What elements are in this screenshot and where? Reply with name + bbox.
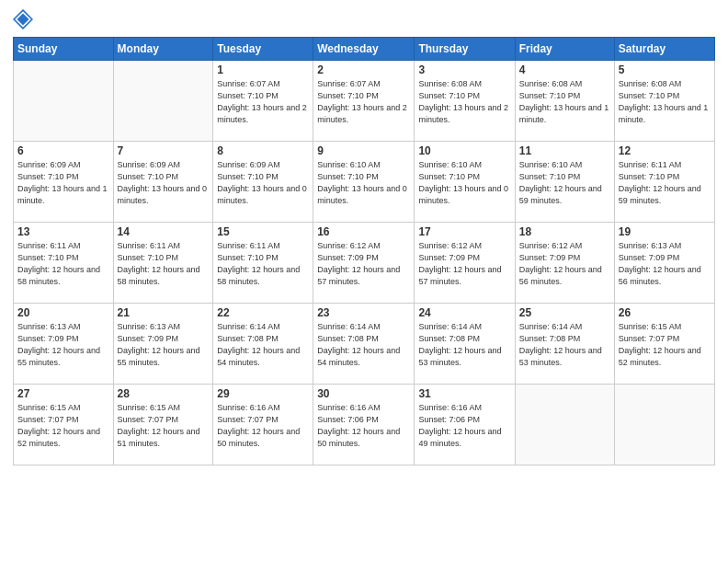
day-number: 7 bbox=[118, 144, 210, 157]
table-row: 2Sunrise: 6:07 AM Sunset: 7:10 PM Daylig… bbox=[313, 61, 415, 142]
day-number: 21 bbox=[118, 306, 210, 319]
table-row: 21Sunrise: 6:13 AM Sunset: 7:09 PM Dayli… bbox=[113, 304, 213, 385]
page-header bbox=[13, 9, 715, 29]
day-info: Sunrise: 6:10 AM Sunset: 7:10 PM Dayligh… bbox=[519, 159, 610, 207]
day-number: 10 bbox=[418, 144, 510, 157]
day-number: 19 bbox=[619, 225, 711, 238]
day-number: 26 bbox=[619, 306, 711, 319]
table-row: 18Sunrise: 6:12 AM Sunset: 7:09 PM Dayli… bbox=[515, 223, 614, 304]
day-number: 11 bbox=[519, 144, 610, 157]
calendar-week-row: 1Sunrise: 6:07 AM Sunset: 7:10 PM Daylig… bbox=[14, 61, 715, 142]
calendar-week-row: 6Sunrise: 6:09 AM Sunset: 7:10 PM Daylig… bbox=[14, 142, 715, 223]
day-info: Sunrise: 6:13 AM Sunset: 7:09 PM Dayligh… bbox=[118, 321, 210, 369]
table-row: 13Sunrise: 6:11 AM Sunset: 7:10 PM Dayli… bbox=[14, 223, 114, 304]
table-row: 9Sunrise: 6:10 AM Sunset: 7:10 PM Daylig… bbox=[313, 142, 415, 223]
logo-icon bbox=[13, 9, 33, 29]
day-number: 3 bbox=[418, 63, 510, 76]
table-row: 25Sunrise: 6:14 AM Sunset: 7:08 PM Dayli… bbox=[515, 304, 614, 385]
calendar-week-row: 20Sunrise: 6:13 AM Sunset: 7:09 PM Dayli… bbox=[14, 304, 715, 385]
day-info: Sunrise: 6:11 AM Sunset: 7:10 PM Dayligh… bbox=[118, 240, 210, 288]
table-row: 12Sunrise: 6:11 AM Sunset: 7:10 PM Dayli… bbox=[614, 142, 714, 223]
day-number: 18 bbox=[519, 225, 610, 238]
day-info: Sunrise: 6:16 AM Sunset: 7:06 PM Dayligh… bbox=[418, 402, 510, 450]
table-row: 26Sunrise: 6:15 AM Sunset: 7:07 PM Dayli… bbox=[614, 304, 714, 385]
day-number: 9 bbox=[317, 144, 410, 157]
day-number: 8 bbox=[217, 144, 309, 157]
table-row bbox=[515, 385, 614, 465]
day-info: Sunrise: 6:16 AM Sunset: 7:06 PM Dayligh… bbox=[317, 402, 410, 450]
table-row: 11Sunrise: 6:10 AM Sunset: 7:10 PM Dayli… bbox=[515, 142, 614, 223]
table-row: 14Sunrise: 6:11 AM Sunset: 7:10 PM Dayli… bbox=[113, 223, 213, 304]
table-row: 24Sunrise: 6:14 AM Sunset: 7:08 PM Dayli… bbox=[415, 304, 515, 385]
day-number: 28 bbox=[118, 387, 210, 400]
day-info: Sunrise: 6:08 AM Sunset: 7:10 PM Dayligh… bbox=[619, 78, 711, 126]
table-row bbox=[614, 385, 714, 465]
weekday-header: Sunday bbox=[14, 38, 114, 61]
table-row: 10Sunrise: 6:10 AM Sunset: 7:10 PM Dayli… bbox=[415, 142, 515, 223]
day-info: Sunrise: 6:10 AM Sunset: 7:10 PM Dayligh… bbox=[317, 159, 410, 207]
weekday-header: Friday bbox=[515, 38, 614, 61]
day-number: 25 bbox=[519, 306, 610, 319]
table-row: 8Sunrise: 6:09 AM Sunset: 7:10 PM Daylig… bbox=[213, 142, 313, 223]
day-info: Sunrise: 6:15 AM Sunset: 7:07 PM Dayligh… bbox=[17, 402, 109, 450]
table-row: 29Sunrise: 6:16 AM Sunset: 7:07 PM Dayli… bbox=[213, 385, 313, 465]
table-row: 7Sunrise: 6:09 AM Sunset: 7:10 PM Daylig… bbox=[113, 142, 213, 223]
day-number: 31 bbox=[418, 387, 510, 400]
day-info: Sunrise: 6:11 AM Sunset: 7:10 PM Dayligh… bbox=[217, 240, 309, 288]
table-row: 6Sunrise: 6:09 AM Sunset: 7:10 PM Daylig… bbox=[14, 142, 114, 223]
day-number: 1 bbox=[217, 63, 309, 76]
table-row: 1Sunrise: 6:07 AM Sunset: 7:10 PM Daylig… bbox=[213, 61, 313, 142]
day-info: Sunrise: 6:12 AM Sunset: 7:09 PM Dayligh… bbox=[317, 240, 410, 288]
weekday-header: Saturday bbox=[614, 38, 714, 61]
day-number: 5 bbox=[619, 63, 711, 76]
table-row: 4Sunrise: 6:08 AM Sunset: 7:10 PM Daylig… bbox=[515, 61, 614, 142]
table-row: 22Sunrise: 6:14 AM Sunset: 7:08 PM Dayli… bbox=[213, 304, 313, 385]
day-number: 12 bbox=[619, 144, 711, 157]
day-number: 23 bbox=[317, 306, 410, 319]
weekday-header: Thursday bbox=[415, 38, 515, 61]
table-row: 28Sunrise: 6:15 AM Sunset: 7:07 PM Dayli… bbox=[113, 385, 213, 465]
day-number: 6 bbox=[17, 144, 109, 157]
calendar-table: SundayMondayTuesdayWednesdayThursdayFrid… bbox=[13, 37, 715, 465]
table-row: 20Sunrise: 6:13 AM Sunset: 7:09 PM Dayli… bbox=[14, 304, 114, 385]
day-number: 13 bbox=[17, 225, 109, 238]
day-number: 2 bbox=[317, 63, 410, 76]
day-number: 24 bbox=[418, 306, 510, 319]
day-number: 29 bbox=[217, 387, 309, 400]
day-info: Sunrise: 6:09 AM Sunset: 7:10 PM Dayligh… bbox=[17, 159, 109, 207]
day-number: 27 bbox=[17, 387, 109, 400]
day-info: Sunrise: 6:14 AM Sunset: 7:08 PM Dayligh… bbox=[317, 321, 410, 369]
day-info: Sunrise: 6:16 AM Sunset: 7:07 PM Dayligh… bbox=[217, 402, 309, 450]
day-info: Sunrise: 6:12 AM Sunset: 7:09 PM Dayligh… bbox=[519, 240, 610, 288]
day-info: Sunrise: 6:13 AM Sunset: 7:09 PM Dayligh… bbox=[17, 321, 109, 369]
calendar-week-row: 27Sunrise: 6:15 AM Sunset: 7:07 PM Dayli… bbox=[14, 385, 715, 465]
day-info: Sunrise: 6:09 AM Sunset: 7:10 PM Dayligh… bbox=[118, 159, 210, 207]
day-number: 30 bbox=[317, 387, 410, 400]
table-row: 5Sunrise: 6:08 AM Sunset: 7:10 PM Daylig… bbox=[614, 61, 714, 142]
table-row: 19Sunrise: 6:13 AM Sunset: 7:09 PM Dayli… bbox=[614, 223, 714, 304]
table-row bbox=[14, 61, 114, 142]
day-number: 20 bbox=[17, 306, 109, 319]
weekday-header: Tuesday bbox=[213, 38, 313, 61]
table-row: 30Sunrise: 6:16 AM Sunset: 7:06 PM Dayli… bbox=[313, 385, 415, 465]
table-row: 15Sunrise: 6:11 AM Sunset: 7:10 PM Dayli… bbox=[213, 223, 313, 304]
day-info: Sunrise: 6:08 AM Sunset: 7:10 PM Dayligh… bbox=[418, 78, 510, 126]
calendar-week-row: 13Sunrise: 6:11 AM Sunset: 7:10 PM Dayli… bbox=[14, 223, 715, 304]
day-info: Sunrise: 6:15 AM Sunset: 7:07 PM Dayligh… bbox=[619, 321, 711, 369]
weekday-header: Wednesday bbox=[313, 38, 415, 61]
table-row: 16Sunrise: 6:12 AM Sunset: 7:09 PM Dayli… bbox=[313, 223, 415, 304]
day-info: Sunrise: 6:07 AM Sunset: 7:10 PM Dayligh… bbox=[317, 78, 410, 126]
day-info: Sunrise: 6:07 AM Sunset: 7:10 PM Dayligh… bbox=[217, 78, 309, 126]
table-row: 27Sunrise: 6:15 AM Sunset: 7:07 PM Dayli… bbox=[14, 385, 114, 465]
table-row: 17Sunrise: 6:12 AM Sunset: 7:09 PM Dayli… bbox=[415, 223, 515, 304]
day-number: 15 bbox=[217, 225, 309, 238]
day-number: 14 bbox=[118, 225, 210, 238]
day-info: Sunrise: 6:10 AM Sunset: 7:10 PM Dayligh… bbox=[418, 159, 510, 207]
day-info: Sunrise: 6:12 AM Sunset: 7:09 PM Dayligh… bbox=[418, 240, 510, 288]
day-number: 16 bbox=[317, 225, 410, 238]
day-number: 4 bbox=[519, 63, 610, 76]
table-row: 23Sunrise: 6:14 AM Sunset: 7:08 PM Dayli… bbox=[313, 304, 415, 385]
day-number: 22 bbox=[217, 306, 309, 319]
weekday-header: Monday bbox=[113, 38, 213, 61]
logo bbox=[13, 9, 35, 29]
